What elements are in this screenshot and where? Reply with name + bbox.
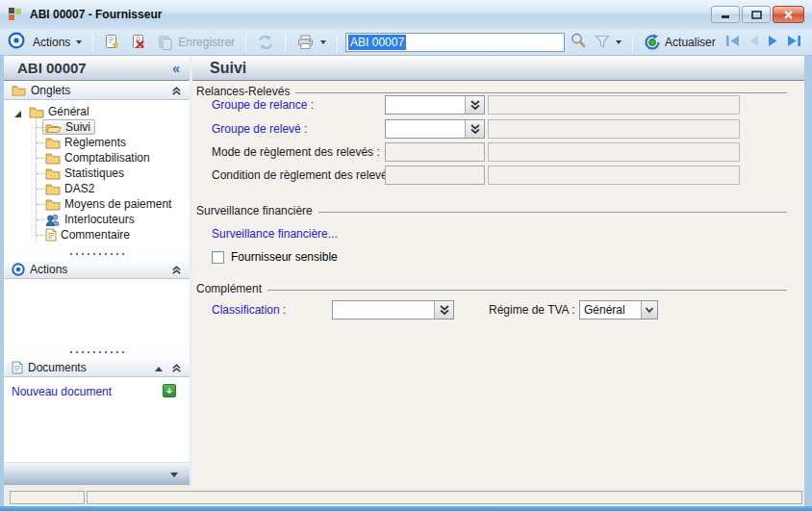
collapse-sidebar-icon[interactable]: «	[172, 61, 180, 76]
toolbar-separator	[285, 33, 286, 52]
toolbar-separator	[245, 33, 246, 52]
actualiser-button[interactable]: Actualiser	[641, 32, 719, 53]
panel-splitter-grip[interactable]	[4, 248, 190, 260]
nav-first-icon[interactable]	[725, 35, 741, 50]
panel-title-onglets: Onglets	[31, 84, 70, 97]
titlebar[interactable]: ABI 00007 - Fournisseur	[0, 0, 812, 29]
tree-item-statistiques[interactable]: Statistiques	[4, 166, 190, 181]
group-surveillance-financiere: Surveillance financière	[196, 204, 787, 217]
folder-icon	[45, 183, 61, 195]
panel-splitter-grip[interactable]	[4, 346, 190, 358]
group-title-label: Surveillance financière	[196, 204, 313, 217]
delete-record-button[interactable]	[128, 32, 150, 53]
record-search-input[interactable]: ABI 00007	[345, 33, 565, 52]
condition-reglement-releves-description-field	[488, 166, 740, 185]
sidebar-record-header: ABI 00007 «	[4, 56, 190, 81]
nav-next-icon[interactable]	[767, 35, 779, 50]
tree-item-general[interactable]: Général	[4, 104, 190, 119]
tree-item-commentaire[interactable]: Commentaire	[4, 227, 190, 243]
groupe-de-relance-dropdown-button[interactable]	[465, 96, 484, 114]
tree-item-interlocuteurs[interactable]: Interlocuteurs	[4, 212, 190, 227]
status-cell-right	[87, 491, 802, 504]
groupe-de-releve-dropdown-button[interactable]	[465, 120, 484, 138]
classification-combo	[332, 300, 454, 319]
minimize-button[interactable]	[711, 6, 740, 23]
expand-down-icon[interactable]	[170, 473, 178, 477]
folder-icon	[45, 167, 61, 180]
tree-item-label: Général	[48, 105, 89, 118]
groupe-de-releve-input[interactable]	[386, 120, 465, 138]
regime-tva-dropdown-button[interactable]	[641, 301, 657, 319]
fournisseur-sensible-checkbox[interactable]	[212, 251, 224, 264]
classification-label[interactable]: Classification :	[212, 300, 286, 319]
classification-input[interactable]	[333, 301, 434, 319]
document-icon	[12, 361, 23, 374]
filter-funnel-icon	[595, 35, 610, 49]
group-complement: Complément	[196, 282, 787, 295]
print-icon	[296, 35, 315, 50]
print-button[interactable]	[293, 32, 329, 53]
groupe-de-relance-label[interactable]: Groupe de relance :	[212, 95, 314, 115]
sidebar-bottom-bar[interactable]	[4, 462, 190, 485]
tree-selected-item[interactable]: Suivi	[42, 119, 95, 135]
collapse-up-icon[interactable]	[155, 367, 163, 371]
chevron-double-up-icon[interactable]	[171, 86, 182, 99]
maximize-button[interactable]	[742, 6, 771, 23]
tree-item-reglements[interactable]: Règlements	[4, 135, 190, 150]
search-icon[interactable]	[570, 32, 587, 52]
folder-icon	[45, 152, 61, 165]
folder-icon	[45, 198, 61, 211]
refresh-record-button[interactable]	[254, 32, 277, 53]
app-window: ABI 00007 - Fournisseur Actions Enregist…	[0, 0, 812, 511]
tree-item-label: Statistiques	[64, 166, 124, 180]
close-button[interactable]	[773, 6, 804, 23]
actions-bullseye-icon	[12, 263, 25, 276]
filter-button[interactable]	[592, 32, 624, 53]
tree-item-das2[interactable]: DAS2	[4, 181, 190, 196]
save-button[interactable]: Enregistrer	[155, 32, 238, 53]
tree-item-label: DAS2	[64, 182, 94, 195]
panel-title-documents: Documents	[28, 361, 87, 374]
nav-last-icon[interactable]	[786, 35, 801, 50]
regime-tva-select[interactable]: Général	[579, 300, 658, 319]
chevron-double-up-icon[interactable]	[171, 265, 182, 278]
panel-header-actions[interactable]: Actions	[4, 260, 190, 279]
panel-header-documents[interactable]: Documents	[4, 358, 190, 377]
add-document-button[interactable]: +	[163, 384, 176, 397]
chevron-double-up-icon[interactable]	[171, 363, 182, 376]
actualiser-label: Actualiser	[665, 36, 716, 49]
regime-tva-value: Général	[580, 301, 641, 319]
groupe-de-relance-description-field	[488, 95, 740, 115]
mode-reglement-releves-label: Mode de règlement des relevés :	[212, 142, 380, 162]
window-border-right	[804, 56, 812, 506]
status-bar	[4, 489, 804, 506]
group-title-label: Complément	[196, 282, 262, 295]
chevron-down-icon	[320, 40, 326, 44]
main-toolbar: Actions Enregistrer ABI 00007	[0, 29, 812, 56]
classification-dropdown-button[interactable]	[434, 301, 453, 319]
groupe-de-releve-description-field	[488, 119, 740, 139]
groupe-de-relance-input[interactable]	[386, 96, 465, 114]
panel-header-onglets[interactable]: Onglets	[4, 81, 190, 100]
chevron-down-icon	[616, 40, 622, 44]
sidebar: Onglets Général Suivi Règlements	[4, 81, 190, 489]
chevron-down-icon	[76, 40, 82, 44]
app-logo-icon	[9, 8, 22, 21]
tree-item-label: Interlocuteurs	[64, 213, 135, 226]
delete-record-icon	[131, 34, 147, 50]
groupe-de-releve-label[interactable]: Groupe de relevé :	[212, 119, 307, 139]
actions-panel-body	[4, 279, 190, 346]
refresh-icon	[257, 35, 274, 50]
tree-item-moyens-de-paiement[interactable]: Moyens de paiement	[4, 196, 190, 212]
condition-reglement-releves-label: Condition de règlement des relevés :	[212, 166, 399, 185]
nav-previous-icon[interactable]	[748, 35, 760, 50]
window-border-bottom	[0, 506, 812, 511]
new-record-button[interactable]	[101, 32, 123, 53]
new-document-link[interactable]: Nouveau document	[12, 385, 112, 398]
tree-item-suivi[interactable]: Suivi	[4, 119, 190, 135]
toolbar-separator	[337, 33, 338, 52]
actions-menu-button[interactable]: Actions	[30, 32, 85, 53]
surveillance-financiere-link[interactable]: Surveillance financière...	[212, 227, 338, 241]
tree-item-comptabilisation[interactable]: Comptabilisation	[4, 150, 190, 166]
tree-expander-icon[interactable]	[13, 108, 22, 116]
